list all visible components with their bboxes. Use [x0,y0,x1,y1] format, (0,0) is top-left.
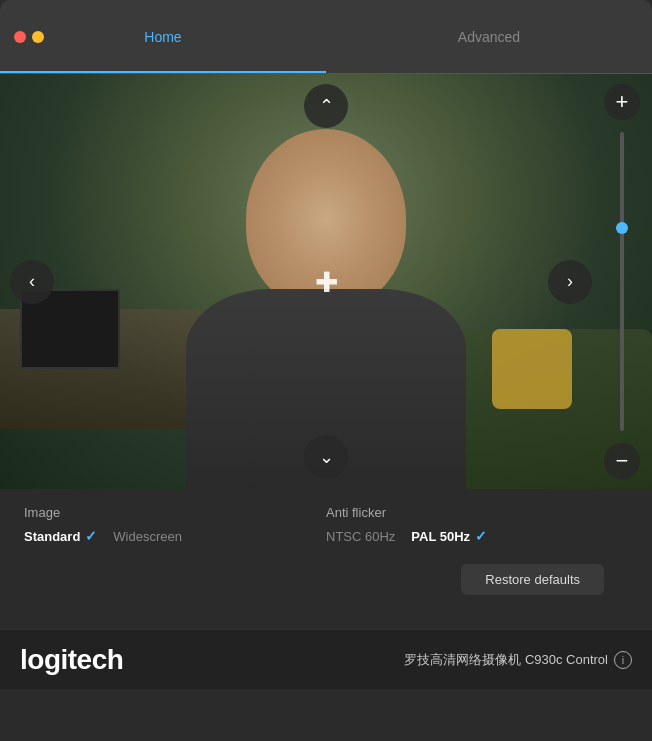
antiflicker-options: NTSC 60Hz PAL 50Hz ✓ [326,528,628,544]
restore-defaults-button[interactable]: Restore defaults [461,564,604,595]
pan-right-button[interactable]: › [548,260,592,304]
settings-panel: Image Standard ✓ Widescreen Anti flicker… [0,489,652,629]
zoom-thumb [616,222,628,234]
scene-pillow [492,329,572,409]
footer: logitech 罗技高清网络摄像机 C930c Control i [0,629,652,689]
info-icon[interactable]: i [614,651,632,669]
pan-down-button[interactable]: ⌄ [304,435,348,479]
settings-row: Image Standard ✓ Widescreen Anti flicker… [24,505,628,544]
pan-up-button[interactable]: ⌃ [304,84,348,128]
image-settings: Image Standard ✓ Widescreen [24,505,326,544]
camera-view: ⌃ ⌄ ‹ › ✚ + − [0,74,652,489]
antiflicker-label: Anti flicker [326,505,628,520]
image-options: Standard ✓ Widescreen [24,528,326,544]
tab-bar: Home Advanced [0,0,652,73]
zoom-out-button[interactable]: − [604,443,640,479]
standard-option[interactable]: Standard ✓ [24,528,97,544]
zoom-track [620,132,624,431]
titlebar: Home Advanced [0,0,652,74]
person-head [246,129,406,309]
pan-left-button[interactable]: ‹ [10,260,54,304]
pal-check-icon: ✓ [475,528,487,544]
zoom-controls: + − [602,84,642,479]
tab-advanced[interactable]: Advanced [326,0,652,73]
logitech-logo: logitech [20,644,123,676]
pal-option[interactable]: PAL 50Hz ✓ [411,528,487,544]
standard-check-icon: ✓ [85,528,97,544]
zoom-in-button[interactable]: + [604,84,640,120]
image-label: Image [24,505,326,520]
ntsc-option[interactable]: NTSC 60Hz [326,529,395,544]
person-figure [176,109,476,489]
tab-home[interactable]: Home [0,0,326,73]
widescreen-option[interactable]: Widescreen [113,529,182,544]
device-name: 罗技高清网络摄像机 C930c Control i [404,651,632,669]
restore-container: Restore defaults [24,544,628,605]
antiflicker-settings: Anti flicker NTSC 60Hz PAL 50Hz ✓ [326,505,628,544]
